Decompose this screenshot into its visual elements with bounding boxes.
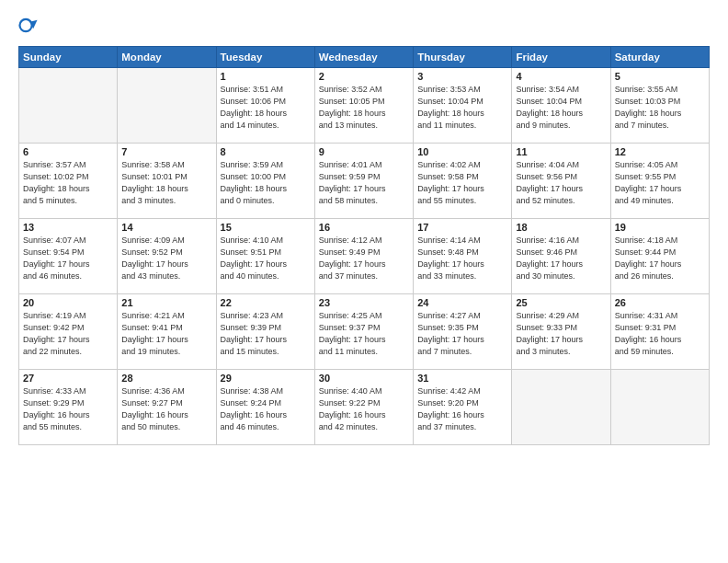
day-info: Sunrise: 4:40 AM Sunset: 9:22 PM Dayligh… bbox=[319, 385, 409, 433]
calendar-cell: 18Sunrise: 4:16 AM Sunset: 9:46 PM Dayli… bbox=[512, 219, 610, 294]
day-number: 11 bbox=[516, 146, 606, 157]
calendar-week-row: 27Sunrise: 4:33 AM Sunset: 9:29 PM Dayli… bbox=[19, 370, 710, 445]
day-info: Sunrise: 4:25 AM Sunset: 9:37 PM Dayligh… bbox=[319, 310, 409, 358]
calendar-cell: 24Sunrise: 4:27 AM Sunset: 9:35 PM Dayli… bbox=[414, 294, 512, 370]
day-info: Sunrise: 4:04 AM Sunset: 9:56 PM Dayligh… bbox=[516, 159, 606, 207]
day-number: 21 bbox=[121, 297, 211, 308]
calendar-day-header: Wednesday bbox=[314, 47, 413, 68]
day-info: Sunrise: 4:42 AM Sunset: 9:20 PM Dayligh… bbox=[417, 385, 507, 433]
calendar-day-header: Friday bbox=[512, 47, 610, 68]
day-info: Sunrise: 4:09 AM Sunset: 9:52 PM Dayligh… bbox=[121, 235, 211, 282]
day-info: Sunrise: 3:53 AM Sunset: 10:04 PM Daylig… bbox=[417, 84, 507, 132]
day-number: 4 bbox=[516, 71, 606, 82]
calendar-cell: 23Sunrise: 4:25 AM Sunset: 9:37 PM Dayli… bbox=[314, 294, 413, 370]
calendar-day-header: Tuesday bbox=[216, 47, 314, 68]
calendar-cell: 1Sunrise: 3:51 AM Sunset: 10:06 PM Dayli… bbox=[216, 68, 314, 144]
svg-point-0 bbox=[19, 19, 31, 31]
calendar-cell: 19Sunrise: 4:18 AM Sunset: 9:44 PM Dayli… bbox=[610, 219, 709, 294]
day-number: 20 bbox=[23, 297, 113, 308]
day-info: Sunrise: 4:19 AM Sunset: 9:42 PM Dayligh… bbox=[23, 310, 113, 358]
day-number: 12 bbox=[615, 146, 705, 157]
day-number: 13 bbox=[23, 222, 113, 233]
day-number: 24 bbox=[417, 297, 507, 308]
day-number: 19 bbox=[615, 222, 705, 233]
day-number: 1 bbox=[221, 71, 311, 82]
calendar-week-row: 6Sunrise: 3:57 AM Sunset: 10:02 PM Dayli… bbox=[19, 144, 710, 219]
day-info: Sunrise: 4:31 AM Sunset: 9:31 PM Dayligh… bbox=[615, 310, 705, 358]
day-number: 31 bbox=[417, 373, 507, 384]
calendar-cell: 17Sunrise: 4:14 AM Sunset: 9:48 PM Dayli… bbox=[414, 219, 512, 294]
calendar-cell: 15Sunrise: 4:10 AM Sunset: 9:51 PM Dayli… bbox=[216, 219, 314, 294]
calendar-cell bbox=[118, 68, 216, 144]
day-info: Sunrise: 3:54 AM Sunset: 10:04 PM Daylig… bbox=[516, 84, 606, 132]
calendar-cell: 16Sunrise: 4:12 AM Sunset: 9:49 PM Dayli… bbox=[314, 219, 413, 294]
calendar-week-row: 1Sunrise: 3:51 AM Sunset: 10:06 PM Dayli… bbox=[19, 68, 710, 144]
header bbox=[18, 17, 710, 37]
calendar-day-header: Sunday bbox=[19, 47, 118, 68]
day-info: Sunrise: 3:52 AM Sunset: 10:05 PM Daylig… bbox=[319, 84, 409, 132]
calendar-day-header: Saturday bbox=[610, 47, 709, 68]
calendar-cell bbox=[19, 68, 118, 144]
day-number: 2 bbox=[319, 71, 409, 82]
calendar-cell: 25Sunrise: 4:29 AM Sunset: 9:33 PM Dayli… bbox=[512, 294, 610, 370]
calendar-cell: 5Sunrise: 3:55 AM Sunset: 10:03 PM Dayli… bbox=[610, 68, 709, 144]
logo bbox=[18, 17, 42, 37]
day-info: Sunrise: 3:55 AM Sunset: 10:03 PM Daylig… bbox=[615, 84, 705, 132]
calendar-cell: 8Sunrise: 3:59 AM Sunset: 10:00 PM Dayli… bbox=[216, 144, 314, 219]
calendar-cell bbox=[610, 370, 709, 445]
calendar-cell: 11Sunrise: 4:04 AM Sunset: 9:56 PM Dayli… bbox=[512, 144, 610, 219]
day-number: 26 bbox=[615, 297, 705, 308]
day-number: 15 bbox=[221, 222, 311, 233]
calendar-cell: 31Sunrise: 4:42 AM Sunset: 9:20 PM Dayli… bbox=[414, 370, 512, 445]
calendar-cell: 2Sunrise: 3:52 AM Sunset: 10:05 PM Dayli… bbox=[314, 68, 413, 144]
calendar-header-row: SundayMondayTuesdayWednesdayThursdayFrid… bbox=[19, 47, 710, 68]
day-info: Sunrise: 4:23 AM Sunset: 9:39 PM Dayligh… bbox=[221, 310, 311, 358]
day-info: Sunrise: 4:33 AM Sunset: 9:29 PM Dayligh… bbox=[23, 385, 113, 433]
day-number: 6 bbox=[23, 146, 113, 157]
day-number: 16 bbox=[319, 222, 409, 233]
day-info: Sunrise: 3:51 AM Sunset: 10:06 PM Daylig… bbox=[221, 84, 311, 132]
day-number: 10 bbox=[417, 146, 507, 157]
calendar-cell: 20Sunrise: 4:19 AM Sunset: 9:42 PM Dayli… bbox=[19, 294, 118, 370]
calendar-cell: 12Sunrise: 4:05 AM Sunset: 9:55 PM Dayli… bbox=[610, 144, 709, 219]
day-info: Sunrise: 4:18 AM Sunset: 9:44 PM Dayligh… bbox=[615, 235, 705, 282]
day-number: 18 bbox=[516, 222, 606, 233]
day-info: Sunrise: 4:27 AM Sunset: 9:35 PM Dayligh… bbox=[417, 310, 507, 358]
day-number: 7 bbox=[121, 146, 211, 157]
logo-icon bbox=[18, 17, 39, 37]
calendar-cell: 6Sunrise: 3:57 AM Sunset: 10:02 PM Dayli… bbox=[19, 144, 118, 219]
day-number: 30 bbox=[319, 373, 409, 384]
day-info: Sunrise: 4:10 AM Sunset: 9:51 PM Dayligh… bbox=[221, 235, 311, 282]
calendar-cell: 21Sunrise: 4:21 AM Sunset: 9:41 PM Dayli… bbox=[118, 294, 216, 370]
day-number: 8 bbox=[221, 146, 311, 157]
calendar-cell: 26Sunrise: 4:31 AM Sunset: 9:31 PM Dayli… bbox=[610, 294, 709, 370]
calendar-cell: 27Sunrise: 4:33 AM Sunset: 9:29 PM Dayli… bbox=[19, 370, 118, 445]
day-info: Sunrise: 4:21 AM Sunset: 9:41 PM Dayligh… bbox=[121, 310, 211, 358]
day-number: 25 bbox=[516, 297, 606, 308]
day-number: 3 bbox=[417, 71, 507, 82]
calendar-cell: 28Sunrise: 4:36 AM Sunset: 9:27 PM Dayli… bbox=[118, 370, 216, 445]
day-number: 23 bbox=[319, 297, 409, 308]
calendar-cell: 9Sunrise: 4:01 AM Sunset: 9:59 PM Daylig… bbox=[314, 144, 413, 219]
page: SundayMondayTuesdayWednesdayThursdayFrid… bbox=[0, 0, 728, 563]
day-info: Sunrise: 4:29 AM Sunset: 9:33 PM Dayligh… bbox=[516, 310, 606, 358]
calendar-day-header: Thursday bbox=[414, 47, 512, 68]
calendar-cell: 13Sunrise: 4:07 AM Sunset: 9:54 PM Dayli… bbox=[19, 219, 118, 294]
day-number: 29 bbox=[221, 373, 311, 384]
calendar-week-row: 20Sunrise: 4:19 AM Sunset: 9:42 PM Dayli… bbox=[19, 294, 710, 370]
calendar-cell: 29Sunrise: 4:38 AM Sunset: 9:24 PM Dayli… bbox=[216, 370, 314, 445]
day-info: Sunrise: 4:16 AM Sunset: 9:46 PM Dayligh… bbox=[516, 235, 606, 282]
day-info: Sunrise: 4:36 AM Sunset: 9:27 PM Dayligh… bbox=[121, 385, 211, 433]
day-info: Sunrise: 4:14 AM Sunset: 9:48 PM Dayligh… bbox=[417, 235, 507, 282]
day-number: 22 bbox=[221, 297, 311, 308]
day-number: 9 bbox=[319, 146, 409, 157]
calendar-day-header: Monday bbox=[118, 47, 216, 68]
calendar-cell: 3Sunrise: 3:53 AM Sunset: 10:04 PM Dayli… bbox=[414, 68, 512, 144]
day-number: 14 bbox=[121, 222, 211, 233]
day-info: Sunrise: 4:38 AM Sunset: 9:24 PM Dayligh… bbox=[221, 385, 311, 433]
calendar-week-row: 13Sunrise: 4:07 AM Sunset: 9:54 PM Dayli… bbox=[19, 219, 710, 294]
day-info: Sunrise: 4:05 AM Sunset: 9:55 PM Dayligh… bbox=[615, 159, 705, 207]
day-info: Sunrise: 3:58 AM Sunset: 10:01 PM Daylig… bbox=[121, 159, 211, 207]
day-number: 27 bbox=[23, 373, 113, 384]
day-info: Sunrise: 4:07 AM Sunset: 9:54 PM Dayligh… bbox=[23, 235, 113, 282]
